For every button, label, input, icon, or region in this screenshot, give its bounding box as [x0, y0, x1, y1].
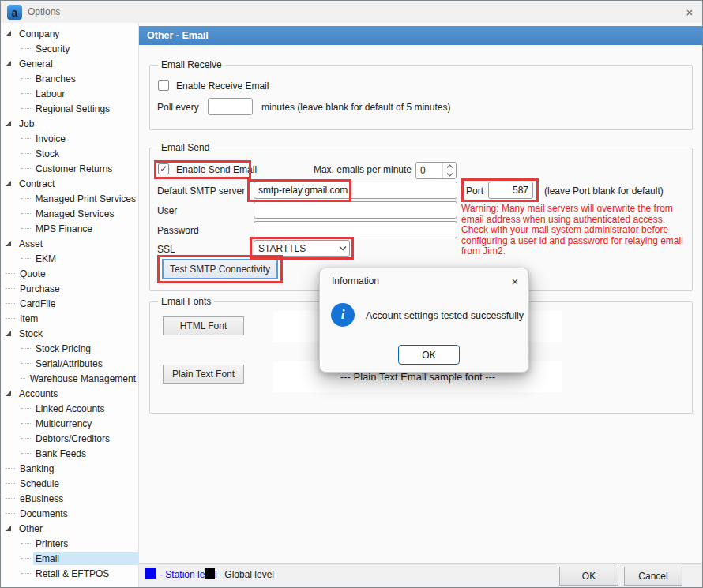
- enable-receive-email-label: Enable Receive Email: [176, 81, 269, 92]
- options-tree: Company Security General Branches Labour…: [1, 26, 138, 581]
- sidebar-item-managed-print-services[interactable]: Managed Print Services: [1, 191, 138, 206]
- sidebar-item-branches[interactable]: Branches: [1, 71, 138, 86]
- options-window: a Options × Company Security General Bra…: [0, 0, 703, 588]
- sidebar-item-company[interactable]: Company: [1, 26, 138, 41]
- sidebar-item-security[interactable]: Security: [1, 41, 138, 56]
- sidebar-item-email[interactable]: Email: [1, 551, 138, 566]
- expand-arrow-icon[interactable]: [6, 31, 11, 36]
- ssl-select[interactable]: STARTTLS: [254, 240, 350, 257]
- sidebar-item-linked-accounts[interactable]: Linked Accounts: [1, 401, 138, 416]
- enable-receive-email-checkbox[interactable]: [158, 80, 169, 91]
- sidebar-item-mps-finance[interactable]: MPS Finance: [1, 221, 138, 236]
- sidebar-item-label: Retail & EFTPOS: [33, 567, 111, 580]
- sidebar-item-label: Invoice: [33, 133, 68, 145]
- sidebar-item-general[interactable]: General: [1, 56, 138, 71]
- test-smtp-connectivity-button[interactable]: Test SMTP Connectivity: [162, 259, 278, 279]
- sidebar-item-retail-eftpos[interactable]: Retail & EFTPOS: [1, 566, 138, 581]
- sidebar-item-managed-services[interactable]: Managed Services: [1, 206, 138, 221]
- max-emails-label: Max. emails per minute: [313, 164, 412, 175]
- sidebar-item-label: Asset: [17, 238, 45, 250]
- enable-send-email-checkbox[interactable]: ✓: [158, 163, 169, 174]
- tree-connector: [21, 138, 31, 139]
- sidebar-item-asset[interactable]: Asset: [1, 236, 138, 251]
- tree-connector: [21, 363, 31, 364]
- sidebar-item-stock[interactable]: Stock: [1, 326, 138, 341]
- sidebar-item-accounts[interactable]: Accounts: [1, 386, 138, 401]
- dialog-close-icon[interactable]: ×: [506, 274, 524, 288]
- sidebar-item-label: Regional Settings: [33, 103, 112, 115]
- password-input[interactable]: [254, 221, 457, 238]
- sidebar-item-invoice[interactable]: Invoice: [1, 131, 138, 146]
- sidebar-item-label: Bank Feeds: [33, 448, 88, 460]
- sidebar-item-label: Branches: [33, 73, 78, 85]
- sidebar-item-ebusiness[interactable]: eBusiness: [1, 491, 138, 506]
- sidebar-item-stock[interactable]: Stock: [1, 146, 138, 161]
- user-label: User: [157, 205, 177, 216]
- max-emails-value: 0: [416, 163, 442, 178]
- spinner-down-icon[interactable]: [443, 170, 456, 178]
- dialog-ok-button[interactable]: OK: [398, 345, 460, 365]
- ok-button[interactable]: OK: [559, 567, 618, 586]
- sidebar-item-label: Schedule: [17, 478, 62, 490]
- tree-connector: [21, 543, 31, 544]
- page-title: Other - Email: [139, 26, 703, 45]
- sidebar-item-label: Job: [17, 118, 36, 130]
- expand-arrow-icon[interactable]: [6, 391, 11, 396]
- global-level-label: - Global level: [219, 569, 274, 580]
- sidebar-item-label: Labour: [33, 88, 67, 100]
- smtp-server-input[interactable]: [254, 182, 457, 199]
- expand-arrow-icon[interactable]: [6, 526, 11, 531]
- sidebar-item-label: Managed Print Services: [33, 193, 138, 205]
- global-level-swatch: [205, 568, 215, 579]
- sidebar-item-schedule[interactable]: Schedule: [1, 476, 138, 491]
- sidebar-item-other[interactable]: Other: [1, 521, 138, 536]
- sidebar-item-label: General: [17, 58, 55, 70]
- tree-connector: [21, 453, 31, 454]
- sidebar-item-debtors-creditors[interactable]: Debtors/Creditors: [1, 431, 138, 446]
- information-dialog: Information × i Account settings tested …: [319, 268, 529, 373]
- sidebar-item-multicurrency[interactable]: Multicurrency: [1, 416, 138, 431]
- tree-connector: [21, 573, 31, 574]
- sidebar-item-contract[interactable]: Contract: [1, 176, 138, 191]
- ssl-label: SSL: [157, 244, 175, 255]
- user-input[interactable]: [254, 201, 457, 219]
- html-font-button[interactable]: HTML Font: [163, 316, 244, 335]
- sidebar-item-quote[interactable]: Quote: [1, 266, 138, 281]
- spinner-up-icon[interactable]: [443, 163, 456, 170]
- expand-arrow-icon[interactable]: [6, 331, 11, 336]
- sidebar-item-item[interactable]: Item: [1, 311, 138, 326]
- sidebar-item-ekm[interactable]: EKM: [1, 251, 138, 266]
- window-close-icon[interactable]: ×: [680, 5, 699, 19]
- tree-connector: [6, 468, 15, 469]
- sidebar-item-label: Security: [33, 43, 72, 55]
- sidebar-item-purchase[interactable]: Purchase: [1, 281, 138, 296]
- info-icon: i: [331, 303, 355, 327]
- plain-text-font-button[interactable]: Plain Text Font: [163, 365, 244, 384]
- sidebar-item-customer-returns[interactable]: Customer Returns: [1, 161, 138, 176]
- expand-arrow-icon[interactable]: [6, 61, 11, 66]
- sidebar-item-stock-pricing[interactable]: Stock Pricing: [1, 341, 138, 356]
- sidebar-item-labour[interactable]: Labour: [1, 86, 138, 101]
- sidebar-item-label: Serial/Attributes: [33, 358, 105, 370]
- cancel-button[interactable]: Cancel: [624, 567, 682, 586]
- expand-arrow-icon[interactable]: [6, 181, 11, 186]
- sidebar-item-label: Item: [17, 313, 40, 325]
- expand-arrow-icon[interactable]: [6, 121, 11, 126]
- sidebar-item-printers[interactable]: Printers: [1, 536, 138, 551]
- sidebar-item-regional-settings[interactable]: Regional Settings: [1, 101, 138, 116]
- sidebar-item-bank-feeds[interactable]: Bank Feeds: [1, 446, 138, 461]
- sidebar-item-label: Printers: [33, 537, 70, 550]
- window-title: Options: [28, 6, 60, 17]
- expand-arrow-icon[interactable]: [6, 241, 11, 246]
- max-emails-spinner[interactable]: 0: [415, 162, 457, 179]
- sidebar-item-banking[interactable]: Banking: [1, 461, 138, 476]
- port-hint: (leave Port blank for default): [544, 185, 664, 197]
- sidebar-item-serial-attributes[interactable]: Serial/Attributes: [1, 356, 138, 371]
- tree-connector: [6, 288, 15, 289]
- sidebar-item-job[interactable]: Job: [1, 116, 138, 131]
- poll-every-input[interactable]: [208, 98, 253, 115]
- sidebar-item-documents[interactable]: Documents: [1, 506, 138, 521]
- sidebar-item-cardfile[interactable]: CardFile: [1, 296, 138, 311]
- port-input[interactable]: [488, 182, 533, 199]
- sidebar-item-warehouse-management[interactable]: Warehouse Management: [1, 371, 138, 386]
